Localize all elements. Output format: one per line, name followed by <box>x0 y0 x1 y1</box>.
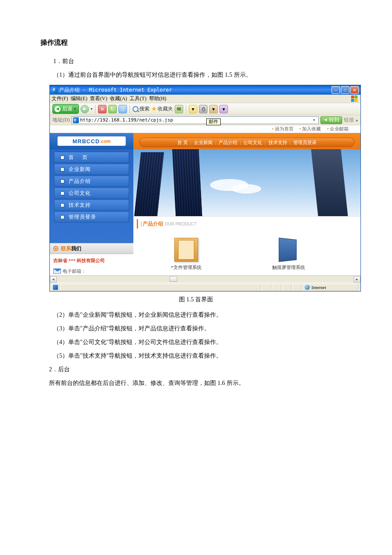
address-dropdown-icon[interactable]: ▾ <box>311 117 317 123</box>
nav-culture[interactable]: 公司文化 <box>241 139 265 146</box>
contact-body: 吉林省 *** 科技有限公司 电子邮箱： tmoonbook@sina.com <box>50 254 133 275</box>
sidebar-item-support[interactable]: 技术支持 <box>54 199 129 211</box>
top-nav: 首 页| 企业新闻| 产品介绍| 公司文化| 技术支持| 管理员登录 <box>133 133 360 149</box>
product-item-2[interactable]: 触摸屏管理系统 <box>263 238 314 271</box>
ie-menubar: 文件(F) 编辑(E) 查看(V) 收藏(A) 工具(T) 帮助(H) <box>50 95 360 103</box>
history-button[interactable]: ✉ <box>175 105 183 113</box>
nav-support[interactable]: 技术支持 <box>266 139 290 146</box>
scroll-left-button[interactable]: ◄ <box>50 276 57 283</box>
sidebar-item-news[interactable]: 企业新闻 <box>54 164 129 175</box>
minimize-button[interactable]: ─ <box>331 86 340 94</box>
figure-caption: 图 1.5 首界面 <box>40 296 352 304</box>
stop-button[interactable]: ✕ <box>98 105 107 113</box>
ie-addressbar: 地址(D) http://192.168.1.199/net/cpjs.jsp … <box>50 115 360 125</box>
menu-edit[interactable]: 编辑(E) <box>71 95 87 102</box>
sidebar-item-products[interactable]: 产品介绍 <box>54 176 129 187</box>
hero-image <box>133 149 360 217</box>
search-button[interactable]: 搜索 <box>133 105 150 113</box>
section-title: | 产品介绍 OUR PRODUCT <box>137 219 360 228</box>
site-logo[interactable]: MRBCCD.com <box>58 136 126 146</box>
scroll-thumb[interactable] <box>170 276 177 282</box>
back-label: 后退 <box>62 105 72 113</box>
search-icon <box>133 106 138 112</box>
section-1-title: 1．前台 <box>53 58 352 65</box>
favorites-button[interactable]: ★ 收藏夹 <box>151 105 173 113</box>
sidebar-item-culture[interactable]: 公司文化 <box>54 188 129 199</box>
scroll-track[interactable] <box>57 276 354 283</box>
forward-dropdown-icon[interactable]: ▾ <box>91 107 92 111</box>
nav-news[interactable]: 企业新闻 <box>191 139 215 146</box>
status-ie-icon <box>53 285 58 290</box>
status-pane <box>272 284 281 291</box>
search-label: 搜索 <box>139 105 150 113</box>
step-2: （2）单击"企业新闻"导航按钮，对企业新闻信息进行查看操作。 <box>53 311 352 319</box>
back-arrow-icon: ◄ <box>55 106 61 112</box>
product-item-1[interactable]: *文件管理系统 <box>161 238 212 271</box>
refresh-button[interactable]: ↻ <box>108 105 117 113</box>
menu-tools[interactable]: 工具(T) <box>130 95 146 102</box>
ie-window: 产品介绍 - Microsoft Internet Explorer ─ □ ✕… <box>49 85 361 292</box>
envelope-icon <box>53 269 61 274</box>
nav-products[interactable]: 产品介绍 <box>216 139 240 146</box>
utility-favorite[interactable]: 加入收藏 <box>300 126 321 132</box>
menu-file[interactable]: 文件(F) <box>52 95 68 102</box>
page-icon <box>73 117 79 123</box>
nav-home[interactable]: 首 页 <box>175 139 190 146</box>
product-image-2 <box>277 238 300 262</box>
banner: MRBCCD.com 首 页| 企业新闻| 产品介绍| 公司文化| 技术支持| … <box>50 133 360 149</box>
status-main-pane <box>60 284 261 291</box>
forward-button[interactable]: ► <box>81 105 89 113</box>
contact-title-1: 联系 <box>61 245 71 252</box>
page-content: 设为首页 加入收藏 企业邮箱 MRBCCD.com 首 页| 企业新闻| 产品介… <box>50 125 360 275</box>
windows-flag-icon <box>351 95 358 102</box>
back-dropdown-icon[interactable]: ▾ <box>74 107 76 111</box>
logo-area: MRBCCD.com <box>50 133 133 149</box>
bullet-icon <box>53 246 58 251</box>
sidebar: 首 页 企业新闻 产品介绍 公司文化 技术支持 管理员登录 联系我们 吉林省 *… <box>50 149 133 275</box>
section-2-title: 2．后台 <box>49 366 352 373</box>
scroll-right-button[interactable]: ► <box>354 276 360 283</box>
toolbar-separator <box>130 105 130 113</box>
maximize-button[interactable]: □ <box>341 86 349 94</box>
utility-home[interactable]: 设为首页 <box>272 126 294 132</box>
utility-mail[interactable]: 企业邮箱 <box>327 126 349 132</box>
favorites-label: 收藏夹 <box>158 105 173 113</box>
nav-pill: 首 页| 企业新闻| 产品介绍| 公司文化| 技术支持| 管理员登录 <box>139 138 355 147</box>
paragraph-2: 所有前台的信息都在后台进行、添加、修改、查询等管理，如图 1.6 所示。 <box>49 379 352 387</box>
status-pane <box>282 284 291 291</box>
edit-button[interactable]: ▾ <box>209 105 218 113</box>
nav-admin[interactable]: 管理员登录 <box>291 139 319 146</box>
globe-icon <box>305 285 310 290</box>
sidebar-item-home[interactable]: 首 页 <box>54 152 129 163</box>
close-button[interactable]: ✕ <box>350 86 359 94</box>
ie-titlebar: 产品介绍 - Microsoft Internet Explorer ─ □ ✕ <box>50 85 360 95</box>
company-name: 吉林省 *** 科技有限公司 <box>53 257 130 264</box>
back-button[interactable]: ◄ 后退 ▾ <box>52 104 79 114</box>
links-chevron-icon[interactable]: » <box>356 118 358 122</box>
menu-help[interactable]: 帮助(H) <box>149 95 167 102</box>
doc-heading: 操作流程 <box>40 38 352 47</box>
ie-toolbar: ◄ 后退 ▾ ► ▾ ✕ ↻ ⌂ 搜索 ★ 收藏夹 ✉ ▾ ⎙ ▾ ▾ <box>50 103 360 115</box>
go-button[interactable]: ➜ 转到 <box>320 116 342 124</box>
print-button[interactable]: ⎙ <box>199 105 208 113</box>
horizontal-scrollbar[interactable]: ◄ ► <box>50 275 360 283</box>
status-zone-label: Internet <box>311 285 326 290</box>
home-button[interactable]: ⌂ <box>118 105 127 113</box>
go-arrow-icon: ➜ <box>323 117 328 123</box>
links-label[interactable]: 链接 <box>344 116 354 124</box>
discuss-button[interactable]: ▾ <box>219 105 228 113</box>
mail-tooltip: 邮件 <box>206 119 221 125</box>
toolbar-separator <box>186 105 186 113</box>
toolbar-separator <box>95 105 95 113</box>
utility-bar: 设为首页 加入收藏 企业邮箱 <box>50 125 360 133</box>
sidebar-item-admin[interactable]: 管理员登录 <box>54 211 129 223</box>
window-title: 产品介绍 - Microsoft Internet Explorer <box>59 87 331 94</box>
paragraph-1: （1）通过前台首界面中的导航按钮可对信息进行查看操作，如图 1.5 所示。 <box>53 71 352 79</box>
mail-button[interactable]: ▾ <box>189 105 197 113</box>
address-input[interactable]: http://192.168.1.199/net/cpjs.jsp 邮件 ▾ <box>72 116 319 124</box>
menu-view[interactable]: 查看(V) <box>90 95 107 102</box>
menu-favorites[interactable]: 收藏(A) <box>110 95 127 102</box>
product-label-2: 触摸屏管理系统 <box>263 264 314 271</box>
main-column: | 产品介绍 OUR PRODUCT *文件管理系统 触摸屏管理系统 <box>133 149 360 275</box>
status-zone-pane: Internet <box>303 284 358 291</box>
